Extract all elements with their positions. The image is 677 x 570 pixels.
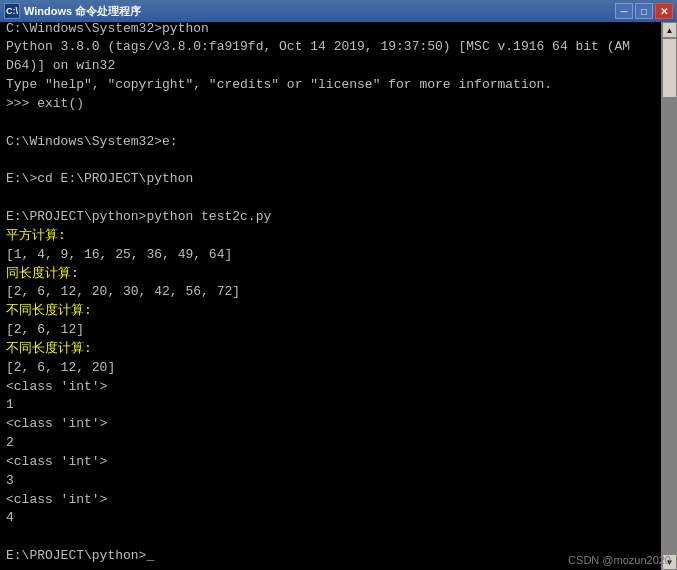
- close-button[interactable]: ✕: [655, 3, 673, 19]
- window-body: Microsoft Windows [版本 6.1.7601] 版权所有 (c)…: [0, 22, 677, 570]
- scroll-up-button[interactable]: ▲: [662, 22, 677, 38]
- window-controls: ─ □ ✕: [615, 3, 673, 19]
- watermark: CSDN @mozun2020: [568, 554, 671, 566]
- minimize-button[interactable]: ─: [615, 3, 633, 19]
- maximize-button[interactable]: □: [635, 3, 653, 19]
- title-bar: C:\ Windows 命令处理程序 ─ □ ✕: [0, 0, 677, 22]
- terminal-output[interactable]: Microsoft Windows [版本 6.1.7601] 版权所有 (c)…: [0, 22, 661, 570]
- app-icon: C:\: [4, 3, 20, 19]
- scrollbar-track[interactable]: [662, 38, 677, 554]
- scrollbar-thumb[interactable]: [662, 38, 677, 98]
- scrollbar[interactable]: ▲ ▼: [661, 22, 677, 570]
- window-title: Windows 命令处理程序: [24, 4, 615, 19]
